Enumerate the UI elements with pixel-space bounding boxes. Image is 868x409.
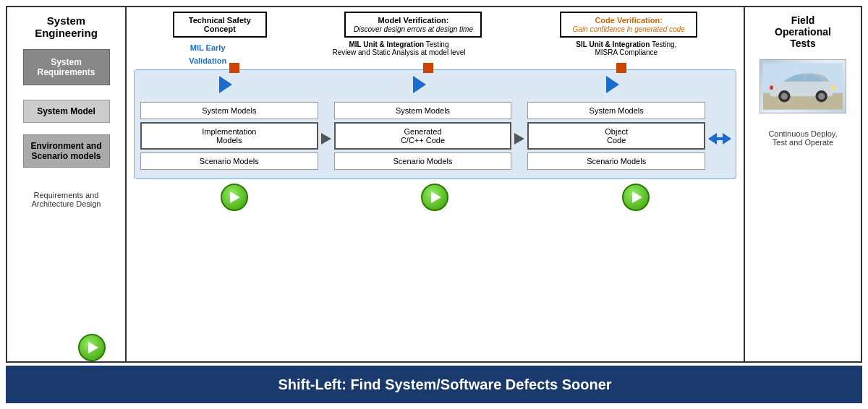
svg-rect-7 [831,86,835,90]
col2-icon [413,76,433,99]
top-section: System Engineering System Requirements S… [6,6,862,363]
play-button-1[interactable] [78,334,106,361]
system-model-box: System Model [23,100,110,123]
middle-panel: Technical Safety Concept Model Verificat… [127,7,745,361]
bidirectional-arrow-icon [710,132,730,146]
car-image [760,59,846,113]
col1-system-models: System Models [140,102,318,119]
col1-triangle-icon [219,76,232,93]
right-panel: Field Operational Tests [745,7,861,361]
svg-point-4 [781,93,788,100]
play-button-2[interactable] [221,184,248,211]
col3-orange-icon [616,63,626,73]
col3-impl-models: Object Code [527,122,705,150]
bottom-section: Shift-Left: Find System/Software Defects… [6,366,862,403]
col2-impl-models: Generated C/C++ Code [334,122,512,150]
left-bottom-label: Requirements and Architecture Design [32,191,101,208]
col2-system-models: System Models [334,102,512,119]
play-triangle-icon-4 [632,191,642,203]
right-arrow-icon [321,133,331,145]
top-labels-row: Technical Safety Concept Model Verificat… [134,12,736,38]
play-triangle-icon-3 [431,191,441,203]
right-bottom-label: Continuous Deploy, Test and Operate [768,129,837,147]
left-panel: System Engineering System Requirements S… [7,7,127,361]
col1-icon [219,76,239,99]
col3-triangle-icon [606,76,619,93]
env-model-box: Environment and Scenario models [23,134,110,168]
model-verify-box: Model Verification: Discover design erro… [344,12,482,38]
main-container: System Engineering System Requirements S… [0,0,868,409]
play-triangle-icon-2 [230,191,240,203]
right-arrow-icon-2 [514,133,524,145]
play-button-1-inner[interactable] [78,334,106,361]
validation-row: MIL EarlyValidation MIL Unit & Integrati… [134,40,736,66]
right-panel-title: Field Operational Tests [775,14,831,49]
car-svg [763,63,843,110]
system-requirements-box: System Requirements [23,49,110,85]
play-triangle-icon-1 [88,342,98,353]
sil-unit-label: SIL Unit & Integration Testing,MISRA Com… [547,40,706,56]
model-column-1: System Models Implementation Models Scen… [140,76,318,173]
arrow-col2-col3 [514,76,524,173]
model-column-2: System Models Generated C/C++ Code Scena… [334,76,512,173]
model-column-3: System Models Object Code Scenario Model… [527,76,705,173]
col2-scenario-models: Scenario Models [334,152,512,170]
col1-scenario-models: Scenario Models [140,152,318,170]
svg-point-6 [818,93,825,100]
blue-container: System Models Implementation Models Scen… [134,69,736,179]
technical-safety-concept-box: Technical Safety Concept [173,12,267,38]
shift-left-text: Shift-Left: Find System/Software Defects… [6,376,862,393]
col3-system-models: System Models [527,102,705,119]
play-button-3[interactable] [421,184,448,211]
mil-unit-label: MIL Unit & Integration TestingReview and… [312,40,485,56]
arrow-col3-car [710,76,730,173]
col1-impl-models: Implementation Models [140,122,318,150]
col3-scenario-models: Scenario Models [527,152,705,170]
play-button-4[interactable] [622,184,650,211]
bottom-play-row [134,184,736,211]
col2-orange-icon [423,63,433,73]
code-verify-box: Code Verification: Gain confidence in ge… [560,12,697,38]
left-panel-title: System Engineering [35,14,98,39]
svg-rect-8 [770,86,773,90]
col2-triangle-icon [413,76,426,93]
col3-icon [606,76,626,99]
arrow-col1-col2 [321,76,331,173]
mil-early-label: MIL EarlyValidation [189,43,226,65]
col1-orange-icon [229,63,239,73]
